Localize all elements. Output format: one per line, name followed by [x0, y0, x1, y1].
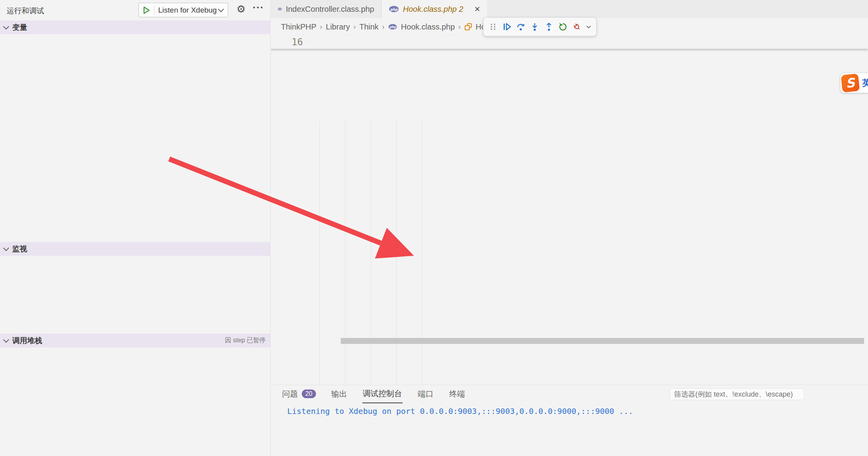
- breadcrumb-item[interactable]: ThinkPHP: [281, 22, 316, 31]
- callstack-section-header[interactable]: 调用堆栈 因 step 已暂停: [0, 334, 270, 347]
- debug-console-output: Listening to Xdebug on port 0.0.0.0:9003…: [287, 406, 868, 416]
- continue-icon: [502, 22, 512, 31]
- chevron-down-icon: [3, 245, 9, 251]
- php-file-icon: php: [389, 6, 399, 13]
- step-out-icon: [545, 22, 553, 31]
- step-into-icon: [530, 22, 539, 31]
- ime-mode-label: 英: [862, 77, 868, 89]
- toolbar-drag-handle[interactable]: [487, 20, 499, 33]
- breadcrumb-separator: ›: [382, 23, 384, 31]
- svg-text:php: php: [390, 25, 396, 29]
- more-actions-icon[interactable]: ···: [253, 2, 264, 14]
- debug-session-dropdown[interactable]: [585, 20, 593, 33]
- breadcrumb-separator: ›: [458, 23, 461, 31]
- horizontal-scrollbar-thumb[interactable]: [341, 338, 864, 344]
- step-over-button[interactable]: [515, 20, 527, 33]
- indent-guide: [422, 121, 422, 385]
- tab-label: 输出: [331, 385, 347, 403]
- editor-tab-bar: php IndexController.class.php php Hook.c…: [271, 0, 868, 18]
- restart-icon: [558, 22, 567, 31]
- gear-icon[interactable]: ⚙: [236, 3, 246, 15]
- tab-label: Hook.class.php 2: [403, 5, 463, 14]
- tab-label: 终端: [449, 385, 465, 403]
- indent-guide: [371, 121, 371, 385]
- debug-config-dropdown[interactable]: Listen for Xdebug: [139, 3, 228, 17]
- breadcrumb-item[interactable]: Library: [326, 22, 350, 31]
- indent-guide: [345, 121, 345, 385]
- svg-text:php: php: [279, 8, 282, 10]
- callstack-section-label: 调用堆栈: [12, 336, 42, 346]
- run-and-debug-sidebar: 运行和调试 Listen for Xdebug ⚙ ··· 变量 监视 调用堆栈…: [0, 0, 271, 456]
- disconnect-plug-icon: [573, 22, 581, 31]
- tab-label: 端口: [417, 385, 434, 403]
- sticky-line-number: 16: [271, 35, 319, 49]
- tab-ports[interactable]: 端口: [417, 385, 434, 402]
- code-area: [271, 38, 868, 385]
- indent-guide: [319, 121, 320, 385]
- tab-problems[interactable]: 问题 20: [282, 385, 316, 402]
- close-icon[interactable]: ×: [475, 4, 480, 14]
- problems-count-badge: 20: [302, 390, 316, 398]
- watch-section-label: 监视: [12, 244, 27, 254]
- continue-button[interactable]: [501, 20, 513, 33]
- debug-config-label: Listen for Xdebug: [154, 6, 219, 15]
- paused-reason-note: 因 step 已暂停: [225, 336, 270, 345]
- tab-hook-class[interactable]: php Hook.class.php 2 ×: [382, 0, 487, 18]
- start-debug-button[interactable]: [139, 6, 154, 14]
- play-icon: [143, 6, 150, 14]
- breadcrumb-item[interactable]: Hook.class.php: [401, 22, 455, 31]
- restart-button[interactable]: [557, 20, 569, 33]
- ime-indicator: S 英: [840, 73, 868, 93]
- php-file-icon: php: [278, 6, 282, 13]
- chevron-down-icon: [585, 24, 592, 30]
- step-out-button[interactable]: [543, 20, 555, 33]
- step-over-icon: [516, 22, 525, 31]
- tab-label: IndexController.class.php: [286, 5, 374, 14]
- bottom-panel: 问题 20 输出 调试控制台 端口 终端 Listening to Xdebug…: [271, 385, 868, 456]
- step-into-button[interactable]: [529, 20, 541, 33]
- sogou-ime-icon: S: [841, 74, 860, 92]
- tab-label: 调试控制台: [362, 385, 403, 403]
- disconnect-button[interactable]: [571, 20, 583, 33]
- tab-label: 问题: [282, 385, 298, 403]
- tab-output[interactable]: 输出: [331, 385, 347, 402]
- tab-indexcontroller[interactable]: php IndexController.class.php: [271, 0, 382, 18]
- variables-section-label: 变量: [12, 22, 27, 33]
- debug-toolbar: [483, 17, 597, 36]
- variables-section-header[interactable]: 变量: [0, 20, 270, 34]
- breadcrumb-item[interactable]: Think: [359, 22, 379, 31]
- watch-section-header[interactable]: 监视: [0, 242, 270, 256]
- class-symbol-icon: [464, 23, 472, 31]
- grip-dots-icon: [489, 22, 497, 31]
- sticky-scroll-header[interactable]: 16: [271, 35, 868, 49]
- breadcrumb-separator: ›: [353, 23, 356, 31]
- sidebar-title: 运行和调试: [7, 6, 44, 16]
- console-filter-input[interactable]: [670, 388, 804, 400]
- indent-guide: [396, 121, 397, 385]
- tab-terminal[interactable]: 终端: [449, 385, 465, 402]
- chevron-down-icon: [3, 24, 9, 30]
- tab-debug-console[interactable]: 调试控制台: [362, 385, 403, 402]
- chevron-down-icon: [218, 6, 224, 13]
- breadcrumb-separator: ›: [320, 23, 322, 31]
- svg-text:php: php: [390, 7, 398, 11]
- chevron-down-icon: [3, 337, 9, 343]
- php-file-icon: php: [388, 24, 397, 30]
